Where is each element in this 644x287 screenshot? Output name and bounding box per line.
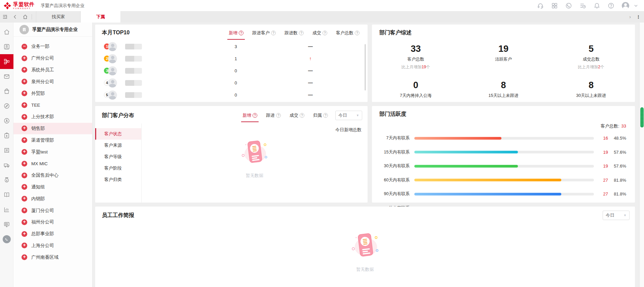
side-tab-customer-category[interactable]: 客户归类 [95, 174, 141, 185]
side-tab-customer-stage[interactable]: 客户阶段 [95, 163, 141, 174]
sidebar-company[interactable]: 孚盟产品演示专用企业 [13, 23, 92, 37]
tab-more-icon[interactable]: ⋮ [636, 14, 641, 20]
expand-node-icon[interactable]: + [22, 137, 27, 143]
dept-item[interactable]: +广州南番区域 [13, 251, 92, 263]
top10-tab-deals[interactable]: 成交? [312, 30, 327, 36]
tab-subordinate[interactable]: 下属 [81, 11, 120, 23]
side-tab-customer-source[interactable]: 客户来源 [95, 140, 141, 151]
help-icon[interactable] [608, 2, 614, 9]
expand-node-icon[interactable]: + [22, 161, 27, 167]
contacts-icon[interactable] [0, 39, 13, 54]
back-icon[interactable] [10, 14, 20, 19]
dept-item[interactable]: +上海分公司 [13, 240, 92, 252]
expand-node-icon[interactable]: + [22, 173, 27, 178]
page-scrollbar[interactable] [639, 23, 644, 287]
expand-node-icon[interactable]: + [22, 196, 27, 202]
expand-node-icon[interactable]: + [22, 184, 27, 190]
help-icon[interactable]: ? [253, 113, 257, 118]
user-avatar[interactable] [622, 2, 629, 9]
bell-icon[interactable] [594, 2, 600, 9]
expand-node-icon[interactable]: + [22, 231, 27, 237]
help-icon[interactable]: ? [271, 31, 276, 35]
top10-scrollbar[interactable] [365, 44, 366, 91]
help-icon[interactable]: ? [323, 31, 327, 35]
dist-tab-deal[interactable]: 成交? [290, 112, 304, 118]
report-period-select[interactable]: 今日▼ [603, 211, 630, 220]
whatsapp-filled-icon[interactable] [0, 232, 13, 247]
dist-tab-new[interactable]: 新增? [242, 112, 257, 118]
help-icon[interactable]: ? [276, 113, 281, 118]
invoice-icon[interactable] [0, 143, 13, 158]
expand-node-icon[interactable]: + [22, 114, 27, 120]
help-icon[interactable]: ? [300, 113, 304, 118]
tab-scroll-right-icon[interactable]: › [629, 14, 631, 20]
headset-icon[interactable] [537, 2, 544, 9]
collapse-node-icon[interactable]: − [22, 44, 27, 49]
dept-item[interactable]: +厦门分公司 [13, 205, 92, 216]
expand-node-icon[interactable]: + [22, 56, 27, 61]
home-icon[interactable] [0, 25, 13, 39]
expand-node-icon[interactable]: + [22, 125, 27, 131]
book-icon[interactable] [0, 187, 13, 202]
dept-item[interactable]: +福州分公司 [13, 216, 92, 228]
dept-item[interactable]: +孚盟test [13, 146, 92, 158]
money-bag-icon[interactable] [0, 173, 13, 187]
dist-period-select[interactable]: 今日▼ [335, 111, 362, 120]
apps-grid-icon[interactable] [551, 2, 558, 9]
dept-item[interactable]: +总部事业部 [13, 228, 92, 240]
report-chart-icon[interactable] [0, 202, 13, 217]
top10-row[interactable]: 2 1 ↑ [95, 52, 368, 65]
home-tab-icon[interactable] [20, 14, 30, 20]
chevron-down-icon[interactable] [633, 2, 639, 9]
dept-item-selected[interactable]: +销售部 [13, 123, 92, 135]
top10-tab-new[interactable]: 新增? [229, 30, 243, 36]
dept-item[interactable]: +上分技术部 [13, 111, 92, 123]
expand-node-icon[interactable]: + [22, 102, 27, 108]
dept-item[interactable]: +内销部 [13, 193, 92, 205]
mail-icon[interactable] [0, 69, 13, 84]
help-icon[interactable]: ? [299, 31, 304, 35]
top10-tab-total-customers[interactable]: 客户总数? [336, 30, 359, 36]
bag-icon[interactable] [0, 84, 13, 99]
top10-tab-followups[interactable]: 跟进数? [285, 30, 304, 36]
dept-item[interactable]: +广州分公司 [13, 52, 92, 64]
top10-row[interactable]: 1 3 — [95, 40, 368, 52]
top10-row[interactable]: 4 0 — [95, 77, 368, 89]
expand-node-icon[interactable]: + [22, 91, 27, 96]
task-list-icon[interactable] [579, 2, 586, 9]
help-icon[interactable]: ? [355, 31, 359, 35]
help-icon[interactable]: ? [323, 113, 328, 118]
expand-node-icon[interactable]: + [22, 219, 27, 225]
top10-tab-followed-customers[interactable]: 跟进客户? [252, 30, 276, 36]
monitor-icon[interactable] [0, 217, 13, 232]
dept-item[interactable]: +泉州分公司 [13, 76, 92, 87]
truck-icon[interactable] [0, 158, 13, 173]
page-scrollbar-thumb[interactable] [640, 107, 644, 128]
dept-item[interactable]: +通知组 [13, 181, 92, 193]
compass-icon[interactable] [0, 99, 13, 113]
collapse-sidebar-icon[interactable] [0, 14, 10, 20]
dept-item[interactable]: +渠道管理部 [13, 134, 92, 146]
dept-item[interactable]: +TEE [13, 99, 92, 111]
whatsapp-icon[interactable] [565, 2, 572, 9]
side-tab-customer-status[interactable]: 客户状态 [95, 128, 141, 140]
top10-row[interactable]: 5 0 — [95, 89, 368, 101]
side-tab-customer-level[interactable]: 客户等级 [95, 151, 141, 163]
expand-node-icon[interactable]: + [22, 243, 27, 248]
expand-node-icon[interactable]: + [22, 79, 27, 84]
dept-item[interactable]: +MX MIC [13, 158, 92, 170]
org-chart-icon[interactable] [0, 54, 13, 69]
dist-tab-belong[interactable]: 归属? [313, 112, 328, 118]
finance-clipboard-icon[interactable] [0, 128, 13, 143]
top10-row[interactable]: 3 0 — [95, 65, 368, 77]
expand-node-icon[interactable]: + [22, 208, 27, 213]
dist-tab-followup[interactable]: 跟进? [266, 112, 281, 118]
tab-find-buyer[interactable]: 找买家 [36, 11, 81, 23]
dept-item[interactable]: −业务一部 [13, 41, 92, 52]
expand-node-icon[interactable]: + [22, 254, 27, 260]
dept-item[interactable]: +外贸部 [13, 87, 92, 99]
dept-item[interactable]: +全国售后中心 [13, 170, 92, 181]
help-icon[interactable]: ? [239, 31, 243, 35]
dept-item[interactable]: +系统外员工 [13, 64, 92, 76]
expand-node-icon[interactable]: + [22, 149, 27, 155]
